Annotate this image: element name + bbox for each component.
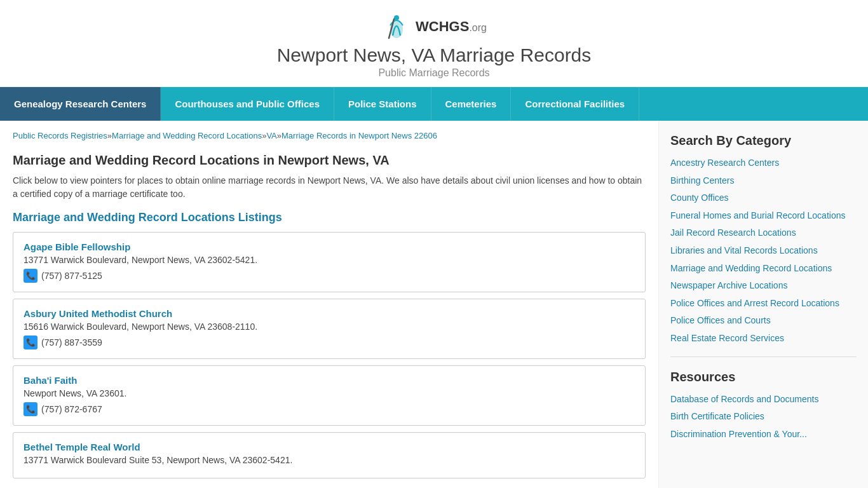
sidebar-category-0[interactable]: Ancestry Research Centers [670,157,857,170]
listing-name-1[interactable]: Asbury United Methodist Church [24,308,635,319]
sidebar: Search By Category Ancestry Research Cen… [658,121,868,488]
breadcrumb-separator: » [277,131,281,140]
breadcrumb-item-3[interactable]: Marriage Records in Newport News 22606 [281,131,437,140]
listing-phone-row-0: 📞(757) 877-5125 [24,269,635,283]
main-layout: Public Records Registries»Marriage and W… [0,121,868,488]
sidebar-category-5[interactable]: Libraries and Vital Records Locations [670,245,857,257]
listing-phone-number-2[interactable]: (757) 872-6767 [41,404,102,414]
listings-container: Agape Bible Fellowship13771 Warwick Boul… [13,232,646,478]
content-heading: Marriage and Wedding Record Locations in… [13,153,646,168]
content-description: Click below to view pointers for places … [13,174,646,201]
breadcrumb-item-2[interactable]: VA [266,131,276,140]
sidebar-category-3[interactable]: Funeral Homes and Burial Record Location… [670,210,857,222]
listing-phone-number-0[interactable]: (757) 877-5125 [41,271,102,281]
breadcrumb-item-0[interactable]: Public Records Registries [13,131,107,140]
phone-icon-0: 📞 [24,269,37,283]
sidebar-category-title: Search By Category [670,133,857,148]
breadcrumb-separator: » [107,131,112,140]
navigation: Genealogy Research CentersCourthouses an… [0,87,868,121]
listing-name-0[interactable]: Agape Bible Fellowship [24,241,635,252]
listing-name-2[interactable]: Baha'i Faith [24,375,635,386]
phone-icon-1: 📞 [24,336,37,349]
sidebar-category-6[interactable]: Marriage and Wedding Record Locations [670,262,857,275]
listing-card-1: Asbury United Methodist Church15616 Warw… [13,299,646,359]
nav-item-4[interactable]: Correctional Facilities [511,87,639,121]
nav-item-0[interactable]: Genealogy Research Centers [0,87,161,121]
site-logo-text: WCHGS.org [416,18,487,35]
breadcrumb-item-1[interactable]: Marriage and Wedding Record Locations [112,131,262,140]
phone-icon-2: 📞 [24,402,37,416]
sidebar-category-2[interactable]: County Offices [670,192,857,205]
listing-phone-row-2: 📞(757) 872-6767 [24,402,635,416]
sidebar-resource-2[interactable]: Discrimination Prevention & Your... [670,428,857,441]
sidebar-category-10[interactable]: Real Estate Record Services [670,332,857,345]
listing-address-1: 15616 Warwick Boulevard, Newport News, V… [24,322,635,332]
svg-point-1 [394,15,399,20]
nav-item-2[interactable]: Police Stations [334,87,431,121]
nav-item-3[interactable]: Cemeteries [431,87,512,121]
page-subtitle: Public Marriage Records [378,67,489,79]
page-title: Newport News, VA Marriage Records [277,44,592,66]
sidebar-category-7[interactable]: Newspaper Archive Locations [670,280,857,292]
nav-item-1[interactable]: Courthouses and Public Offices [161,87,334,121]
listing-address-0: 13771 Warwick Boulevard, Newport News, V… [24,255,635,265]
sidebar-category-4[interactable]: Jail Record Research Locations [670,227,857,240]
listing-address-2: Newport News, VA 23601. [24,388,635,398]
sidebar-category-9[interactable]: Police Offices and Courts [670,315,857,327]
listing-card-2: Baha'i FaithNewport News, VA 23601.📞(757… [13,365,646,426]
sidebar-resource-1[interactable]: Birth Certificate Policies [670,410,857,423]
listings-heading: Marriage and Wedding Record Locations Li… [13,211,646,224]
content-area: Public Records Registries»Marriage and W… [0,121,658,488]
listing-phone-row-1: 📞(757) 887-3559 [24,336,635,349]
sidebar-divider [670,356,857,357]
sidebar-resource-0[interactable]: Database of Records and Documents [670,393,857,406]
breadcrumb: Public Records Registries»Marriage and W… [13,131,646,140]
sidebar-resources-title: Resources [670,370,857,384]
header: WCHGS.org Newport News, VA Marriage Reco… [0,0,868,87]
listing-address-3: 13771 Warwick Boulevard Suite 53, Newpor… [24,455,635,465]
listing-phone-number-1[interactable]: (757) 887-3559 [41,337,102,348]
listing-card-3: Bethel Temple Real World13771 Warwick Bo… [13,432,646,478]
logo-area: WCHGS.org [381,11,487,42]
logo-icon [381,11,412,42]
sidebar-category-1[interactable]: Birthing Centers [670,175,857,187]
sidebar-resources: Database of Records and DocumentsBirth C… [670,393,857,441]
listing-card-0: Agape Bible Fellowship13771 Warwick Boul… [13,232,646,292]
sidebar-category-8[interactable]: Police Offices and Arrest Record Locatio… [670,297,857,310]
listing-name-3[interactable]: Bethel Temple Real World [24,442,635,452]
sidebar-categories: Ancestry Research CentersBirthing Center… [670,157,857,345]
